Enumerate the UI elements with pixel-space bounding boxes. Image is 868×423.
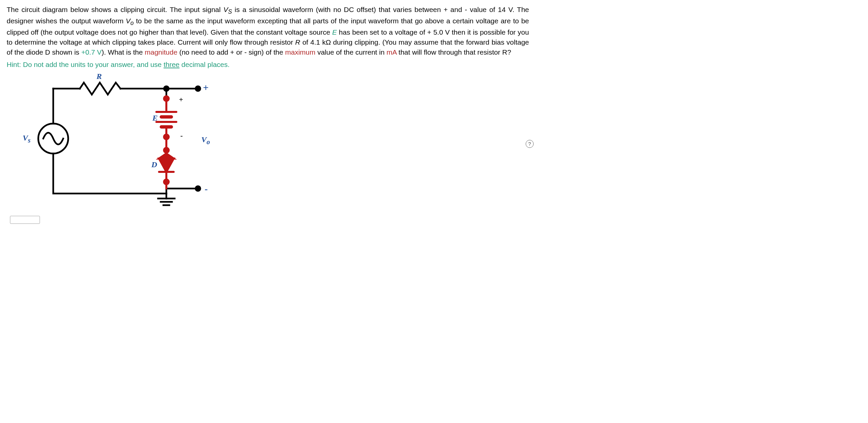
t: ). What is the — [101, 48, 145, 56]
t: shown is — [50, 48, 81, 56]
input-signal-symbol: VS — [223, 6, 232, 13]
svg-point-6 — [164, 148, 169, 152]
answer-container — [10, 215, 529, 224]
label-Vo: Vo — [201, 135, 210, 146]
hint-text: Hint: Do not add the units to your answe… — [7, 61, 529, 68]
circuit-svg — [10, 72, 216, 212]
label-Vs: Vs — [23, 134, 31, 144]
magnitude-word: magnitude — [145, 48, 177, 56]
circuit-diagram: R E D Vs Vo + - + - — [10, 72, 216, 212]
label-E-minus: - — [180, 131, 183, 140]
t: that will flow through that resistor R? — [397, 48, 511, 56]
amplitude-value: 14 V — [498, 6, 513, 13]
help-icon[interactable]: ? — [526, 140, 534, 148]
label-D: D — [151, 160, 157, 169]
t: value of the current in — [315, 48, 386, 56]
E-value: + 5.0 V — [427, 28, 450, 36]
output-signal-symbol: Vo — [126, 17, 134, 25]
t: is a sinusoidal waveform (with no DC off… — [232, 6, 498, 13]
maximum-word: maximum — [285, 48, 315, 56]
Vd-value: +0.7 V — [81, 48, 101, 56]
svg-marker-7 — [159, 159, 174, 172]
R-value: 4.1 kΩ — [310, 38, 331, 46]
label-R: R — [96, 72, 102, 81]
svg-point-3 — [196, 186, 200, 191]
problem-text: The circuit diagram below shows a clippi… — [7, 5, 529, 57]
label-vo-plus: + — [203, 82, 209, 93]
t: (no need to add + or - sign) of the — [177, 48, 285, 56]
diode-D-symbol: D — [45, 48, 50, 56]
t: The circuit diagram below shows a clippi… — [7, 6, 223, 13]
label-E-plus: + — [179, 95, 183, 104]
answer-input[interactable] — [10, 216, 40, 224]
svg-point-0 — [196, 86, 200, 91]
t: of — [301, 38, 310, 46]
label-E: E — [152, 114, 158, 122]
label-vo-minus: - — [205, 184, 208, 194]
resistor-R-symbol: R — [295, 38, 300, 46]
source-E-symbol: E — [332, 28, 337, 36]
mA-word: mA — [386, 48, 397, 56]
t: has been set to a voltage of — [337, 28, 428, 36]
